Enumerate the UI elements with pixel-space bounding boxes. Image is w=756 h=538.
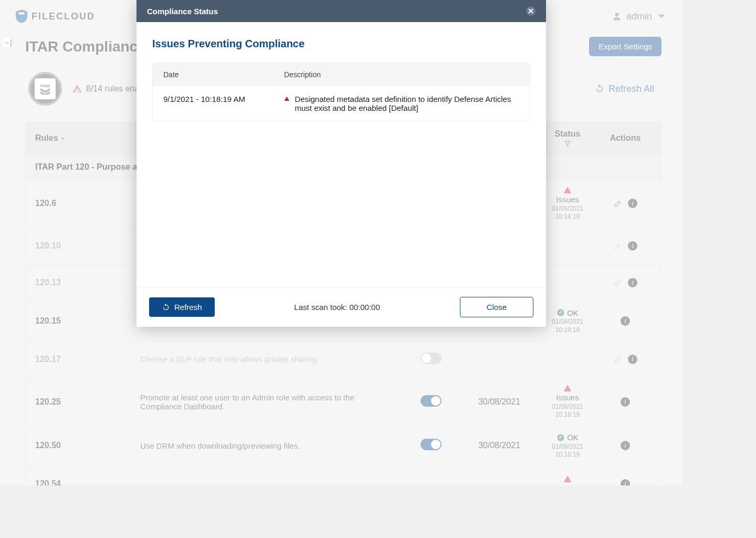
warning-icon [284,95,290,103]
modal-body: Issues Preventing Compliance Date Descri… [136,22,546,287]
refresh-icon [162,303,170,312]
issue-date: 9/1/2021 - 10:18:19 AM [163,95,284,112]
issues-col-date: Date [163,70,284,79]
issue-row: 9/1/2021 - 10:18:19 AMDesignated metadat… [153,86,530,121]
modal-close-button[interactable] [526,6,536,16]
close-icon [528,8,533,14]
modal-close-footer-button[interactable]: Close [460,297,533,317]
issues-table-header: Date Description [153,63,530,86]
issues-col-desc: Description [284,70,519,79]
modal-header: Compliance Status [136,0,546,22]
issue-description: Designated metadata set definition to id… [284,95,519,112]
compliance-status-modal: Compliance Status Issues Preventing Comp… [136,0,546,327]
issues-table: Date Description 9/1/2021 - 10:18:19 AMD… [152,63,530,121]
modal-title: Compliance Status [147,7,218,16]
modal-footer: Refresh Last scan took: 00:00:00 Close [136,287,546,327]
modal-subtitle: Issues Preventing Compliance [152,38,530,50]
modal-refresh-button[interactable]: Refresh [149,297,215,317]
last-scan-text: Last scan took: 00:00:00 [294,303,380,312]
modal-refresh-label: Refresh [174,303,202,312]
